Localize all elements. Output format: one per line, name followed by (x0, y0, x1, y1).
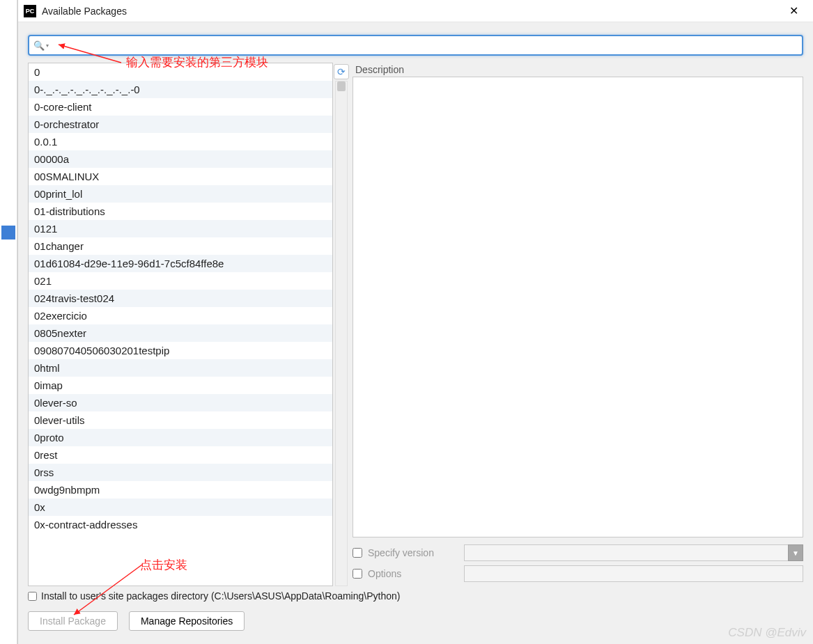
app-icon: PC (24, 5, 36, 17)
package-item[interactable]: 0lever-so (29, 394, 332, 411)
package-item[interactable]: 00SMALINUX (29, 168, 332, 185)
titlebar: PC Available Packages ✕ (18, 0, 813, 22)
details-column: Description Specify version ▼ Options (353, 63, 803, 586)
manage-repositories-button[interactable]: Manage Repositories (129, 611, 245, 631)
refresh-icon: ⟳ (337, 66, 346, 77)
package-item[interactable]: 0wdg9nbmpm (29, 481, 332, 498)
description-label: Description (353, 63, 803, 77)
package-item[interactable]: 01d61084-d29e-11e9-96d1-7c5cf84ffe8e (29, 255, 332, 272)
description-box (353, 77, 803, 537)
scrollbar-thumb[interactable] (337, 81, 346, 91)
scrollbar-track[interactable] (335, 81, 348, 586)
package-item[interactable]: 0-orchestrator (29, 116, 332, 133)
package-item[interactable]: 0805nexter (29, 324, 332, 342)
options-label: Options (368, 568, 458, 579)
package-item[interactable]: 0x (29, 498, 332, 516)
package-item[interactable]: 0imap (29, 377, 332, 394)
close-button[interactable]: ✕ (780, 1, 807, 21)
available-packages-dialog: PC Available Packages ✕ 🔍 ▾ 00-._.-._.-.… (17, 0, 813, 644)
specify-version-label: Specify version (368, 547, 458, 558)
refresh-button[interactable]: ⟳ (334, 64, 349, 79)
package-item[interactable]: 0html (29, 359, 332, 377)
options-checkbox[interactable] (353, 569, 362, 579)
install-user-site-checkbox[interactable] (28, 592, 37, 601)
package-item[interactable]: 0x-contract-addresses (29, 516, 332, 533)
chevron-down-icon: ▼ (792, 549, 799, 557)
main-content: 00-._.-._.-._.-._.-._.-._.-00-core-clien… (18, 63, 813, 586)
version-select-field[interactable] (464, 544, 788, 561)
editor-gutter (0, 0, 17, 644)
search-area: 🔍 ▾ (18, 22, 813, 63)
package-item[interactable]: 0-._.-._.-._.-._.-._.-._.-0 (29, 81, 332, 98)
install-package-button[interactable]: Install Package (28, 611, 118, 631)
package-item[interactable]: 0.0.1 (29, 133, 332, 150)
package-item[interactable]: 0 (29, 63, 332, 81)
package-list[interactable]: 00-._.-._.-._.-._.-._.-._.-00-core-clien… (28, 63, 333, 586)
package-item[interactable]: 0121 (29, 220, 332, 237)
version-select[interactable]: ▼ (464, 544, 803, 561)
package-item[interactable]: 00000a (29, 150, 332, 168)
close-icon: ✕ (789, 4, 798, 17)
package-column: 00-._.-._.-._.-._.-._.-._.-00-core-clien… (28, 63, 348, 586)
package-item[interactable]: 090807040506030201testpip (29, 342, 332, 359)
package-item[interactable]: 0rss (29, 464, 332, 481)
package-item[interactable]: 01changer (29, 237, 332, 255)
package-item[interactable]: 0rest (29, 446, 332, 464)
options-row: Options (353, 565, 803, 582)
bottom-area: Install to user's site packages director… (18, 586, 813, 641)
gutter-highlight (1, 226, 15, 239)
package-item[interactable]: 0proto (29, 429, 332, 446)
install-user-site-row: Install to user's site packages director… (28, 590, 803, 602)
specify-version-row: Specify version ▼ (353, 544, 803, 561)
window-title: Available Packages (42, 6, 127, 17)
specify-version-checkbox[interactable] (353, 548, 362, 558)
package-item[interactable]: 02exercicio (29, 307, 332, 324)
version-select-button[interactable]: ▼ (788, 544, 803, 561)
package-item[interactable]: 021 (29, 272, 332, 290)
options-input[interactable] (464, 565, 803, 582)
search-input[interactable] (52, 36, 798, 54)
package-item[interactable]: 024travis-test024 (29, 290, 332, 307)
install-user-site-label: Install to user's site packages director… (41, 590, 400, 602)
button-row: Install Package Manage Repositories (28, 611, 803, 631)
package-item[interactable]: 00print_lol (29, 185, 332, 203)
package-item[interactable]: 0-core-client (29, 98, 332, 116)
list-controls: ⟳ (334, 63, 348, 586)
search-icon: 🔍 (33, 40, 45, 51)
package-item[interactable]: 0lever-utils (29, 411, 332, 429)
chevron-down-icon[interactable]: ▾ (46, 42, 49, 49)
search-box[interactable]: 🔍 ▾ (28, 35, 803, 56)
package-item[interactable]: 01-distributions (29, 203, 332, 220)
